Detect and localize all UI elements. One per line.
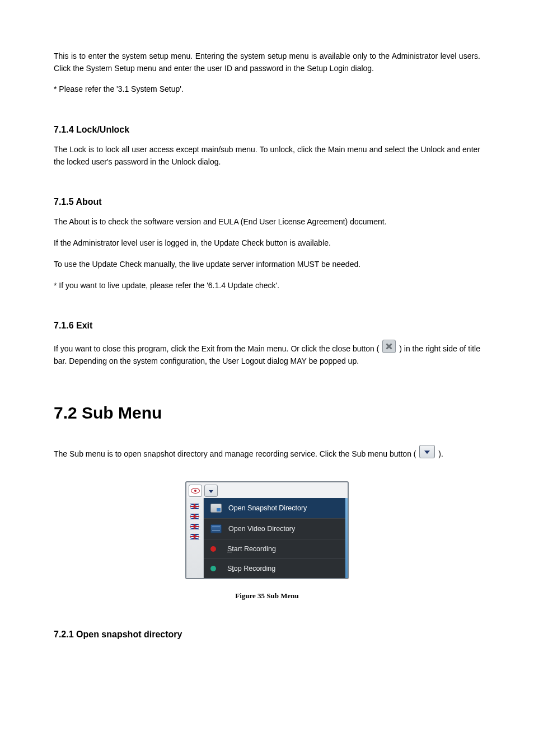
- paragraph-715-1: The About is to check the software versi…: [54, 216, 480, 228]
- document-page: This is to enter the system setup menu. …: [0, 0, 534, 756]
- heading-716: 7.1.6 Exit: [54, 321, 480, 331]
- sub-menu-dropdown-button[interactable]: [204, 485, 218, 497]
- paragraph-715-4: * If you want to live update, please ref…: [54, 280, 480, 292]
- heading-715: 7.1.5 About: [54, 197, 480, 207]
- heading-721: 7.2.1 Open snapshot directory: [54, 630, 480, 640]
- intro-paragraph-1: This is to enter the system setup menu. …: [54, 50, 480, 74]
- paragraph-72-1b: ).: [438, 449, 443, 458]
- menu-item-label: Stop Recording: [227, 565, 275, 572]
- heading-72: 7.2 Sub Menu: [54, 403, 480, 422]
- paragraph-716-1: If you want to close this program, click…: [54, 340, 480, 367]
- submenu-body: Open Snapshot Directory Open Video Direc…: [186, 498, 348, 578]
- flag-icon: [190, 534, 199, 539]
- record-start-icon: [210, 546, 221, 552]
- paragraph-715-2: If the Administrator level user is logge…: [54, 237, 480, 250]
- figure-caption: Figure 35 Sub Menu: [54, 591, 480, 600]
- menu-item-label: Open Video Directory: [228, 525, 295, 533]
- record-stop-icon: [210, 565, 221, 572]
- submenu-list: Open Snapshot Directory Open Video Direc…: [204, 498, 345, 578]
- paragraph-716-1a: If you want to close this program, click…: [54, 344, 379, 353]
- submenu-right-edge: [345, 498, 348, 578]
- intro-paragraph-2: * Please refer the '3.1 System Setup'.: [54, 83, 480, 96]
- figure-submenu-wrap: Open Snapshot Directory Open Video Direc…: [54, 481, 480, 579]
- eye-icon: [191, 488, 200, 494]
- folder-video-icon: [210, 524, 222, 533]
- menu-item-stop-recording[interactable]: Stop Recording: [204, 559, 345, 578]
- submenu-left-rail: [186, 498, 204, 578]
- flag-icon: [190, 514, 199, 519]
- paragraph-72-1a: The Sub menu is to open snapshot directo…: [54, 449, 416, 458]
- close-icon: [382, 340, 396, 353]
- submenu-topbar: [186, 482, 348, 498]
- menu-item-start-recording[interactable]: Start Recording: [204, 539, 345, 559]
- main-menu-button[interactable]: [189, 485, 202, 497]
- paragraph-715-3: To use the Update Check manually, the li…: [54, 259, 480, 271]
- flag-icon: [190, 504, 199, 509]
- folder-photo-icon: [210, 504, 222, 513]
- dropdown-button-icon: [419, 445, 435, 458]
- paragraph-72-1: The Sub menu is to open snapshot directo…: [54, 445, 480, 461]
- menu-item-open-video-directory[interactable]: Open Video Directory: [204, 519, 345, 539]
- flag-icon: [190, 524, 199, 529]
- paragraph-714-1: The Lock is to lock all user access exce…: [54, 144, 480, 168]
- figure-submenu: Open Snapshot Directory Open Video Direc…: [185, 481, 349, 579]
- menu-item-label: Open Snapshot Directory: [228, 504, 307, 512]
- heading-714: 7.1.4 Lock/Unlock: [54, 125, 480, 135]
- menu-item-label: Start Recording: [227, 545, 276, 553]
- menu-item-open-snapshot-directory[interactable]: Open Snapshot Directory: [204, 498, 345, 519]
